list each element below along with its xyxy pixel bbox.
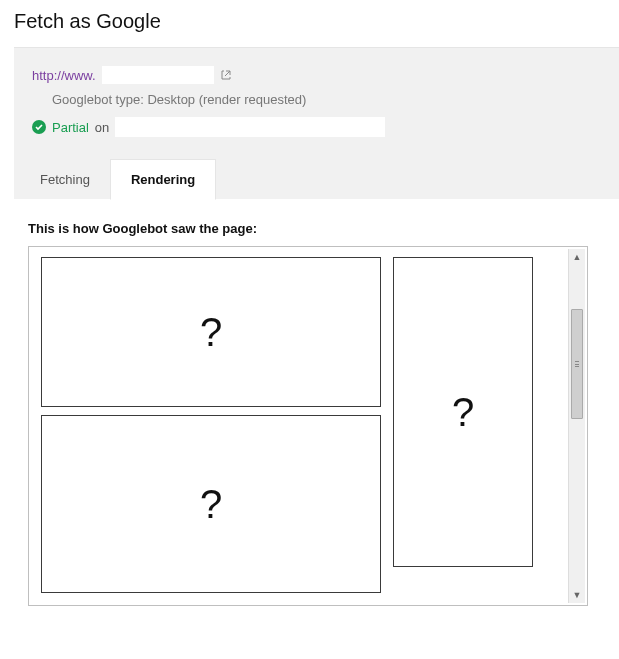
check-icon <box>32 120 46 134</box>
scroll-down-icon[interactable]: ▼ <box>569 587 585 603</box>
page-title: Fetch as Google <box>0 0 619 47</box>
tab-fetching[interactable]: Fetching <box>20 160 110 199</box>
status-row: Partial on <box>32 117 601 137</box>
render-preview: ? ? ? ▲ ▼ <box>28 246 588 606</box>
info-panel: http://www. Googlebot type: Desktop (ren… <box>14 47 619 199</box>
placeholder-block: ? <box>41 415 381 593</box>
tab-rendering[interactable]: Rendering <box>110 159 216 200</box>
placeholder-block: ? <box>41 257 381 407</box>
render-heading: This is how Googlebot saw the page: <box>28 221 605 236</box>
scrollbar[interactable]: ▲ ▼ <box>568 249 585 603</box>
url-row: http://www. <box>32 66 601 84</box>
render-section: This is how Googlebot saw the page: ? ? … <box>0 199 619 616</box>
googlebot-type: Googlebot type: Desktop (render requeste… <box>52 92 601 107</box>
scroll-thumb[interactable] <box>571 309 583 419</box>
status-text: Partial <box>52 120 89 135</box>
url-mask <box>102 66 214 84</box>
placeholder-block: ? <box>393 257 533 567</box>
url-link[interactable]: http://www. <box>32 68 96 83</box>
tabs: Fetching Rendering <box>14 159 619 199</box>
external-link-icon[interactable] <box>220 69 232 81</box>
status-date-mask <box>115 117 385 137</box>
status-on-label: on <box>95 120 109 135</box>
scroll-up-icon[interactable]: ▲ <box>569 249 585 265</box>
